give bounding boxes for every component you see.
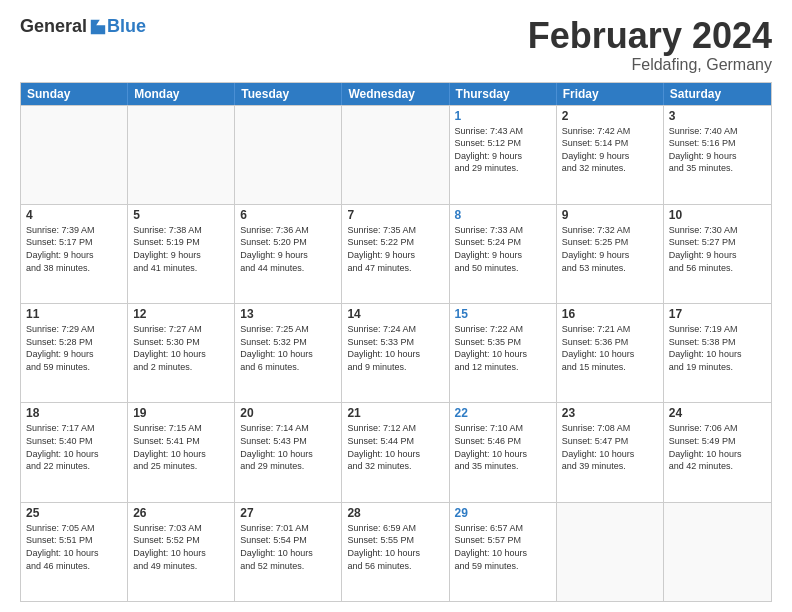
day-number: 9 xyxy=(562,208,658,222)
header-day-saturday: Saturday xyxy=(664,83,771,105)
cal-cell: 16Sunrise: 7:21 AM Sunset: 5:36 PM Dayli… xyxy=(557,304,664,402)
cal-cell: 26Sunrise: 7:03 AM Sunset: 5:52 PM Dayli… xyxy=(128,503,235,601)
cal-cell: 12Sunrise: 7:27 AM Sunset: 5:30 PM Dayli… xyxy=(128,304,235,402)
cell-info: Sunrise: 7:38 AM Sunset: 5:19 PM Dayligh… xyxy=(133,224,229,274)
cal-cell: 29Sunrise: 6:57 AM Sunset: 5:57 PM Dayli… xyxy=(450,503,557,601)
cal-cell: 6Sunrise: 7:36 AM Sunset: 5:20 PM Daylig… xyxy=(235,205,342,303)
cal-cell: 25Sunrise: 7:05 AM Sunset: 5:51 PM Dayli… xyxy=(21,503,128,601)
header-day-tuesday: Tuesday xyxy=(235,83,342,105)
cal-cell: 17Sunrise: 7:19 AM Sunset: 5:38 PM Dayli… xyxy=(664,304,771,402)
title-block: February 2024 Feldafing, Germany xyxy=(528,16,772,74)
day-number: 25 xyxy=(26,506,122,520)
day-number: 19 xyxy=(133,406,229,420)
cal-cell: 4Sunrise: 7:39 AM Sunset: 5:17 PM Daylig… xyxy=(21,205,128,303)
day-number: 26 xyxy=(133,506,229,520)
day-number: 23 xyxy=(562,406,658,420)
cal-cell xyxy=(128,106,235,204)
cal-cell: 10Sunrise: 7:30 AM Sunset: 5:27 PM Dayli… xyxy=(664,205,771,303)
cell-info: Sunrise: 7:19 AM Sunset: 5:38 PM Dayligh… xyxy=(669,323,766,373)
cell-info: Sunrise: 7:25 AM Sunset: 5:32 PM Dayligh… xyxy=(240,323,336,373)
cell-info: Sunrise: 7:05 AM Sunset: 5:51 PM Dayligh… xyxy=(26,522,122,572)
cell-info: Sunrise: 7:24 AM Sunset: 5:33 PM Dayligh… xyxy=(347,323,443,373)
day-number: 6 xyxy=(240,208,336,222)
cell-info: Sunrise: 7:03 AM Sunset: 5:52 PM Dayligh… xyxy=(133,522,229,572)
day-number: 1 xyxy=(455,109,551,123)
day-number: 20 xyxy=(240,406,336,420)
cal-cell xyxy=(342,106,449,204)
cell-info: Sunrise: 6:59 AM Sunset: 5:55 PM Dayligh… xyxy=(347,522,443,572)
calendar-title: February 2024 xyxy=(528,16,772,56)
day-number: 10 xyxy=(669,208,766,222)
logo-text: General Blue xyxy=(20,16,146,37)
cal-cell: 23Sunrise: 7:08 AM Sunset: 5:47 PM Dayli… xyxy=(557,403,664,501)
cal-cell: 20Sunrise: 7:14 AM Sunset: 5:43 PM Dayli… xyxy=(235,403,342,501)
page: General Blue February 2024 Feldafing, Ge… xyxy=(0,0,792,612)
cal-cell: 19Sunrise: 7:15 AM Sunset: 5:41 PM Dayli… xyxy=(128,403,235,501)
calendar-row-3: 18Sunrise: 7:17 AM Sunset: 5:40 PM Dayli… xyxy=(21,402,771,501)
cal-cell: 9Sunrise: 7:32 AM Sunset: 5:25 PM Daylig… xyxy=(557,205,664,303)
cal-cell xyxy=(235,106,342,204)
cell-info: Sunrise: 7:06 AM Sunset: 5:49 PM Dayligh… xyxy=(669,422,766,472)
cal-cell: 13Sunrise: 7:25 AM Sunset: 5:32 PM Dayli… xyxy=(235,304,342,402)
cell-info: Sunrise: 7:32 AM Sunset: 5:25 PM Dayligh… xyxy=(562,224,658,274)
cal-cell: 21Sunrise: 7:12 AM Sunset: 5:44 PM Dayli… xyxy=(342,403,449,501)
cal-cell: 11Sunrise: 7:29 AM Sunset: 5:28 PM Dayli… xyxy=(21,304,128,402)
day-number: 21 xyxy=(347,406,443,420)
day-number: 28 xyxy=(347,506,443,520)
cal-cell: 22Sunrise: 7:10 AM Sunset: 5:46 PM Dayli… xyxy=(450,403,557,501)
day-number: 7 xyxy=(347,208,443,222)
calendar-row-1: 4Sunrise: 7:39 AM Sunset: 5:17 PM Daylig… xyxy=(21,204,771,303)
cell-info: Sunrise: 7:08 AM Sunset: 5:47 PM Dayligh… xyxy=(562,422,658,472)
cell-info: Sunrise: 7:33 AM Sunset: 5:24 PM Dayligh… xyxy=(455,224,551,274)
cell-info: Sunrise: 7:36 AM Sunset: 5:20 PM Dayligh… xyxy=(240,224,336,274)
cal-cell: 27Sunrise: 7:01 AM Sunset: 5:54 PM Dayli… xyxy=(235,503,342,601)
cell-info: Sunrise: 7:27 AM Sunset: 5:30 PM Dayligh… xyxy=(133,323,229,373)
header-day-monday: Monday xyxy=(128,83,235,105)
cal-cell xyxy=(664,503,771,601)
day-number: 4 xyxy=(26,208,122,222)
header-day-wednesday: Wednesday xyxy=(342,83,449,105)
cell-info: Sunrise: 7:40 AM Sunset: 5:16 PM Dayligh… xyxy=(669,125,766,175)
day-number: 13 xyxy=(240,307,336,321)
logo-general: General xyxy=(20,16,87,37)
cal-cell: 15Sunrise: 7:22 AM Sunset: 5:35 PM Dayli… xyxy=(450,304,557,402)
calendar-body: 1Sunrise: 7:43 AM Sunset: 5:12 PM Daylig… xyxy=(21,105,771,601)
cal-cell xyxy=(557,503,664,601)
cal-cell: 28Sunrise: 6:59 AM Sunset: 5:55 PM Dayli… xyxy=(342,503,449,601)
day-number: 8 xyxy=(455,208,551,222)
cell-info: Sunrise: 7:12 AM Sunset: 5:44 PM Dayligh… xyxy=(347,422,443,472)
cell-info: Sunrise: 7:10 AM Sunset: 5:46 PM Dayligh… xyxy=(455,422,551,472)
cal-cell: 24Sunrise: 7:06 AM Sunset: 5:49 PM Dayli… xyxy=(664,403,771,501)
cell-info: Sunrise: 7:22 AM Sunset: 5:35 PM Dayligh… xyxy=(455,323,551,373)
header-day-thursday: Thursday xyxy=(450,83,557,105)
header-day-sunday: Sunday xyxy=(21,83,128,105)
cal-cell: 1Sunrise: 7:43 AM Sunset: 5:12 PM Daylig… xyxy=(450,106,557,204)
calendar-row-2: 11Sunrise: 7:29 AM Sunset: 5:28 PM Dayli… xyxy=(21,303,771,402)
cell-info: Sunrise: 7:30 AM Sunset: 5:27 PM Dayligh… xyxy=(669,224,766,274)
cal-cell: 3Sunrise: 7:40 AM Sunset: 5:16 PM Daylig… xyxy=(664,106,771,204)
cell-info: Sunrise: 7:43 AM Sunset: 5:12 PM Dayligh… xyxy=(455,125,551,175)
calendar-subtitle: Feldafing, Germany xyxy=(528,56,772,74)
day-number: 5 xyxy=(133,208,229,222)
day-number: 3 xyxy=(669,109,766,123)
cal-cell: 7Sunrise: 7:35 AM Sunset: 5:22 PM Daylig… xyxy=(342,205,449,303)
day-number: 12 xyxy=(133,307,229,321)
cell-info: Sunrise: 7:42 AM Sunset: 5:14 PM Dayligh… xyxy=(562,125,658,175)
logo: General Blue xyxy=(20,16,146,37)
cal-cell: 18Sunrise: 7:17 AM Sunset: 5:40 PM Dayli… xyxy=(21,403,128,501)
cal-cell: 2Sunrise: 7:42 AM Sunset: 5:14 PM Daylig… xyxy=(557,106,664,204)
day-number: 2 xyxy=(562,109,658,123)
cal-cell: 5Sunrise: 7:38 AM Sunset: 5:19 PM Daylig… xyxy=(128,205,235,303)
cal-cell: 8Sunrise: 7:33 AM Sunset: 5:24 PM Daylig… xyxy=(450,205,557,303)
day-number: 22 xyxy=(455,406,551,420)
calendar-row-0: 1Sunrise: 7:43 AM Sunset: 5:12 PM Daylig… xyxy=(21,105,771,204)
cell-info: Sunrise: 7:35 AM Sunset: 5:22 PM Dayligh… xyxy=(347,224,443,274)
day-number: 24 xyxy=(669,406,766,420)
cell-info: Sunrise: 7:21 AM Sunset: 5:36 PM Dayligh… xyxy=(562,323,658,373)
day-number: 29 xyxy=(455,506,551,520)
cal-cell xyxy=(21,106,128,204)
calendar-header: SundayMondayTuesdayWednesdayThursdayFrid… xyxy=(21,83,771,105)
cell-info: Sunrise: 7:17 AM Sunset: 5:40 PM Dayligh… xyxy=(26,422,122,472)
logo-flag-icon xyxy=(89,18,107,36)
calendar-row-4: 25Sunrise: 7:05 AM Sunset: 5:51 PM Dayli… xyxy=(21,502,771,601)
